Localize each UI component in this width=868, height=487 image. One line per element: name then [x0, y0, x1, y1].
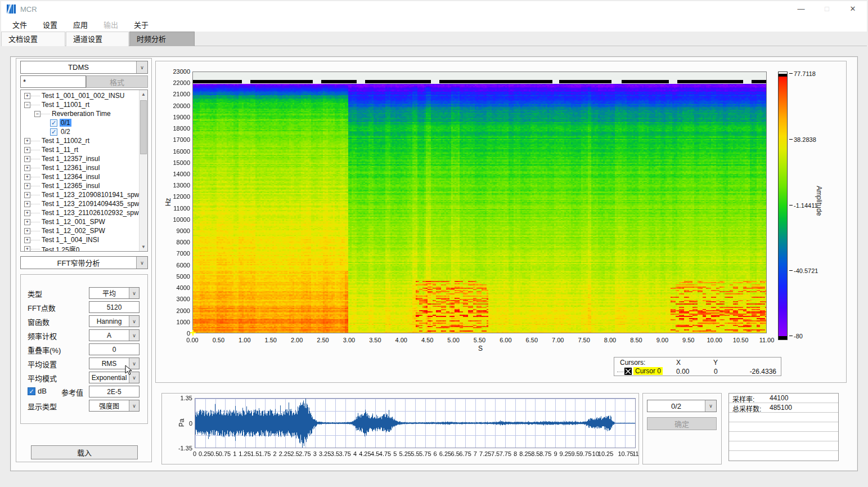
- y-tick: 20000: [173, 102, 190, 109]
- x-tick: 2.50: [317, 337, 329, 343]
- tree-item[interactable]: +Test 1_123_210914094435_spw: [21, 199, 147, 208]
- tab-time-frequency-analysis[interactable]: 时频分析: [129, 32, 195, 46]
- tree-expander-icon[interactable]: −: [34, 111, 41, 117]
- close-button[interactable]: ✕: [840, 1, 866, 17]
- tree-expander-icon[interactable]: +: [24, 147, 30, 153]
- file-format-select[interactable]: TDMS ∨: [20, 61, 148, 74]
- tree-item-label: Test 1_1_004_INSI: [41, 236, 100, 244]
- spectrogram-canvas[interactable]: [193, 72, 766, 333]
- tree-item[interactable]: +Test 1_001_001_002_INSU: [21, 91, 147, 100]
- x-tick: 9.50: [682, 337, 694, 343]
- cursor-0-marker[interactable]: [190, 330, 196, 336]
- tab-channel-settings[interactable]: 通道设置: [66, 32, 129, 46]
- load-button[interactable]: 载入: [31, 445, 138, 459]
- tree-item[interactable]: +Test 1_123_211026102932_spw: [21, 208, 147, 217]
- colorbar-tick: -40.5721: [789, 267, 818, 274]
- analysis-type-select[interactable]: FFT窄带分析 ∨: [20, 256, 148, 269]
- waveform-x-tick: 3.5: [331, 450, 339, 457]
- tree-expander-icon[interactable]: +: [24, 165, 30, 171]
- tab-document-settings[interactable]: 文档设置: [1, 32, 65, 46]
- scroll-down-icon[interactable]: ▼: [140, 243, 147, 251]
- tree-expander-icon[interactable]: +: [24, 246, 30, 252]
- setting-label: FFT点数: [28, 302, 56, 313]
- tree-expander-icon[interactable]: +: [24, 228, 30, 234]
- spectrogram-y-axis-label: Hz: [164, 198, 172, 207]
- tree-expander-icon[interactable]: +: [24, 156, 30, 162]
- tree-item[interactable]: +Test 1_123_210908101941_spw: [21, 190, 147, 199]
- tree-expander-icon[interactable]: +: [24, 138, 30, 144]
- setting-window-function-select[interactable]: Hanning∨: [89, 315, 140, 327]
- tree-expander-icon[interactable]: +: [24, 174, 30, 180]
- waveform-x-tick: 6: [434, 450, 437, 457]
- checkbox-icon[interactable]: ✓: [50, 128, 57, 136]
- info-row-empty: [729, 413, 838, 422]
- tree-item[interactable]: −Test 1_11001_rt: [21, 100, 147, 109]
- tree-expander-icon[interactable]: −: [24, 102, 30, 108]
- y-tick: 21000: [173, 91, 190, 97]
- y-tick: 12000: [173, 193, 190, 200]
- info-row-empty: [729, 451, 838, 461]
- menu-item-settings[interactable]: 设置: [35, 19, 65, 30]
- scrollbar-thumb[interactable]: [140, 100, 147, 154]
- spectrogram-plot: [192, 72, 767, 333]
- tree-expander-icon[interactable]: +: [24, 93, 30, 99]
- cursor-0-label[interactable]: Cursor 0: [633, 367, 663, 375]
- setting-display-type-select[interactable]: 强度图∨: [89, 400, 140, 412]
- tree-item[interactable]: ✓0/1: [21, 118, 147, 127]
- menu-item-output: 输出: [96, 19, 126, 30]
- tree-item[interactable]: +Test 1_12364_insul: [21, 172, 147, 181]
- setting-frequency-weighting-select[interactable]: A∨: [89, 329, 140, 341]
- setting-type-select[interactable]: 平均∨: [89, 287, 140, 299]
- tree-scrollbar[interactable]: ▲ ▼: [139, 90, 147, 251]
- scroll-up-icon[interactable]: ▲: [140, 90, 147, 99]
- tree-item[interactable]: +Test 1_12_002_SPW: [21, 226, 147, 235]
- tree-item[interactable]: +Test 1_1_004_INSI: [21, 235, 147, 244]
- tree-item[interactable]: +Test 1 25度0: [21, 244, 147, 252]
- setting-label: 显示类型: [28, 401, 57, 412]
- setting-label: 平均设置: [28, 359, 57, 369]
- x-tick: 5.50: [474, 337, 485, 343]
- channel-value: 0/2: [647, 400, 705, 412]
- maximize-button[interactable]: □: [814, 1, 840, 17]
- tree-item[interactable]: −Reverberation Time: [21, 109, 147, 118]
- file-tree[interactable]: ▲ ▼ +Test 1_001_001_002_INSU−Test 1_1100…: [20, 90, 148, 252]
- waveform-canvas[interactable]: [195, 399, 635, 448]
- tree-item[interactable]: +Test 1_11_rt: [21, 145, 147, 154]
- tree-item[interactable]: +Test 1_12357_insul: [21, 154, 147, 163]
- waveform-x-tick: 8.25: [519, 450, 531, 457]
- channel-select[interactable]: 0/2 ∨: [647, 400, 717, 412]
- tree-expander-icon[interactable]: +: [24, 237, 30, 243]
- menu-item-application[interactable]: 应用: [65, 19, 96, 30]
- tree-item[interactable]: +Test 1_12361_insul: [21, 163, 147, 172]
- tree-expander-icon[interactable]: +: [24, 183, 30, 189]
- menu-item-about[interactable]: 关于: [126, 19, 156, 30]
- tree-expander-icon[interactable]: +: [24, 219, 30, 225]
- minimize-button[interactable]: —: [788, 1, 814, 17]
- filter-input[interactable]: [21, 76, 86, 87]
- y-tick: 7000: [177, 250, 190, 257]
- tree-item[interactable]: ✓0/2: [21, 127, 147, 136]
- tree-item[interactable]: +Test 1_12_001_SPW: [21, 217, 147, 226]
- setting-fft-points-input[interactable]: 5120: [89, 301, 140, 313]
- colorbar-canvas: [779, 72, 787, 339]
- x-tick: 6.50: [526, 337, 538, 343]
- analysis-type-value: FFT窄带分析: [21, 257, 136, 269]
- x-tick: 7.50: [578, 337, 590, 343]
- setting-overlap-percent-input[interactable]: 0: [89, 343, 140, 355]
- checkbox-icon[interactable]: ✓: [50, 119, 57, 127]
- y-tick: 14000: [173, 171, 190, 177]
- x-tick: 3.50: [369, 337, 381, 343]
- setting-reference-value-input[interactable]: 2E-5: [89, 386, 140, 397]
- tree-item-label: Test 1 25度0: [41, 244, 80, 252]
- db-checkbox[interactable]: ✓: [28, 387, 35, 395]
- tree-expander-icon[interactable]: +: [24, 201, 30, 207]
- tree-expander-icon[interactable]: +: [24, 192, 30, 198]
- waveform-x-tick: 0.5: [210, 450, 219, 457]
- cursor-crosshair-icon[interactable]: [624, 368, 632, 375]
- menu-item-file[interactable]: 文件: [5, 19, 35, 30]
- waveform-x-tick: 5: [393, 450, 397, 457]
- x-tick: 2.00: [291, 337, 303, 343]
- tree-item[interactable]: +Test 1_12365_insul: [21, 181, 147, 190]
- tree-expander-icon[interactable]: +: [24, 210, 30, 216]
- tree-item[interactable]: +Test 1_11002_rt: [21, 136, 147, 145]
